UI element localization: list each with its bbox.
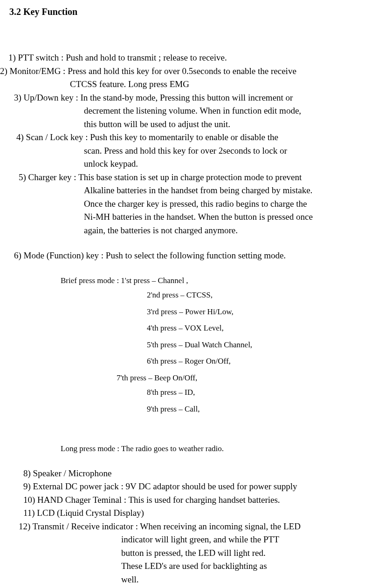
item-2-monitor-emg-line1: 2) Monitor/EMG : Press and hold this key… (0, 65, 365, 78)
item-3-updown-line1: 3) Up/Down key : In the stand-by mode, P… (0, 91, 365, 105)
press-3: 3'rd press – Power Hi/Low, (0, 306, 365, 318)
item-1-ptt: 1) PTT switch : Push and hold to transmi… (0, 51, 365, 65)
item-5-charger-line5: again, the batteries is not charged anym… (0, 224, 365, 237)
item-5-charger-line4: Ni-MH batteries in the handset. When the… (0, 210, 365, 224)
item-4-scan-lock-line3: unlock keypad. (0, 157, 365, 171)
press-9: 9'th press – Call, (0, 403, 365, 415)
item-5-charger-line2: Alkaline batteries in the handset from b… (0, 184, 365, 197)
press-8: 8'th press – ID, (0, 386, 365, 399)
press-6: 6'th press – Roger On/Off, (0, 355, 365, 367)
brief-press-mode-label: Brief press mode : 1'st press – Channel … (0, 275, 365, 287)
item-5-charger-line1: 5) Charger key : This base station is se… (0, 171, 365, 184)
item-3-updown-line3: this button will be used to adjust the u… (0, 118, 365, 131)
item-3-updown-line2: decrement the listening volume. When in … (0, 104, 365, 118)
item-8-speaker-mic: 8) Speaker / Microphone (0, 467, 365, 480)
item-4-scan-lock-line2: scan. Press and hold this key for over 2… (0, 144, 365, 158)
press-4: 4'th press – VOX Level, (0, 322, 365, 334)
item-12-tx-rx-line2: indicator will light green, and while th… (0, 533, 365, 547)
item-4-scan-lock-line1: 4) Scan / Lock key : Push this key to mo… (0, 131, 365, 144)
item-11-lcd: 11) LCD (Liquid Crystal Display) (0, 507, 365, 520)
item-10-hand-charger: 10) HAND Chager Teminal : This is used f… (0, 493, 365, 507)
item-12-tx-rx-line3: button is pressed, the LED will light re… (0, 547, 365, 560)
long-press-mode-label: Long press mode : The radio goes to weat… (0, 443, 365, 455)
item-12-tx-rx-line5: well. (0, 573, 365, 587)
item-12-tx-rx-line1: 12) Transmit / Receive indicator : When … (0, 520, 365, 534)
press-7: 7'th press – Beep On/Off, (0, 372, 365, 384)
item-9-dc-jack: 9) External DC power jack : 9V DC adapto… (0, 480, 365, 493)
item-2-monitor-emg-line2: CTCSS feature. Long press EMG (0, 78, 365, 91)
item-6-mode-key: 6) Mode (Function) key : Push to select … (0, 249, 365, 263)
press-5: 5'th press – Dual Watch Channel, (0, 339, 365, 351)
item-12-tx-rx-line4: These LED's are used for backlighting as (0, 560, 365, 573)
section-heading: 3.2 Key Function (9, 5, 365, 19)
item-5-charger-line3: Once the charger key is pressed, this ra… (0, 197, 365, 211)
press-2: 2'nd press – CTCSS, (0, 289, 365, 301)
